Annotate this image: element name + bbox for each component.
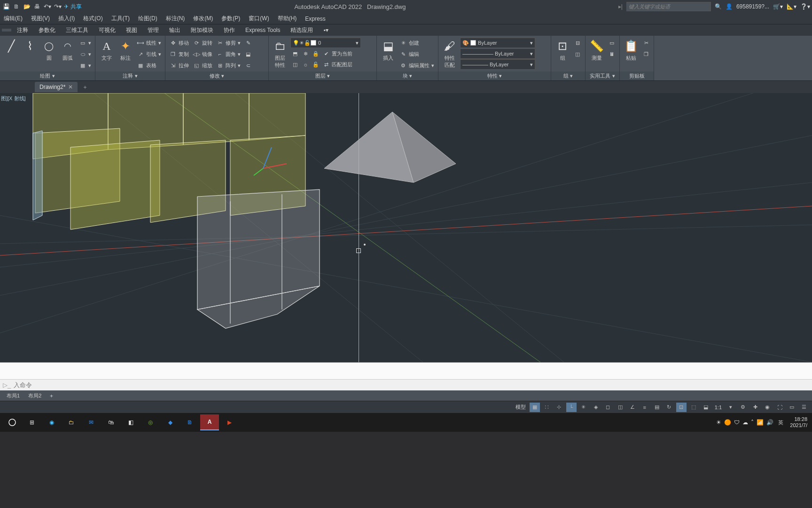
lineweight-select[interactable]: ————— ByLayer▾	[460, 59, 535, 70]
tray-shield-icon[interactable]: 🛡	[734, 419, 740, 426]
layout-tab-1[interactable]: 布局1	[3, 391, 23, 400]
tab-parametric[interactable]: 参数化	[34, 25, 60, 36]
ungroup-button[interactable]: ⊟	[573, 38, 582, 48]
mail-icon[interactable]: ✉	[82, 414, 101, 430]
scale-button[interactable]: ◱缩放	[192, 60, 213, 71]
panel-layer-title[interactable]: 图层 ▾	[269, 71, 376, 80]
stretch-button[interactable]: ⇲拉伸	[168, 60, 190, 71]
polar-toggle[interactable]: ✳	[578, 403, 589, 412]
tab-manage[interactable]: 管理	[143, 25, 164, 36]
measure-button[interactable]: 📏测量	[588, 38, 605, 63]
move-button[interactable]: ✥移动	[168, 38, 190, 48]
layer-freeze-button[interactable]: ❄	[301, 48, 310, 59]
linetype-select[interactable]: —————— ByLayer▾	[460, 48, 535, 59]
menu-express[interactable]: Express	[305, 16, 325, 22]
cycle-toggle[interactable]: ↻	[664, 403, 674, 412]
search-input[interactable]: 键入关键字或短语	[626, 2, 711, 11]
linear-button[interactable]: ⟷线性 ▾	[136, 38, 162, 48]
annomon-toggle[interactable]: ✚	[750, 403, 760, 412]
tab-view[interactable]: 视图	[121, 25, 142, 36]
create-block-button[interactable]: ✳创建	[398, 38, 435, 48]
plot-icon[interactable]: 🖶	[33, 2, 41, 11]
annoscale[interactable]: 1:1	[713, 405, 724, 410]
infer-toggle[interactable]: ⊹	[554, 403, 564, 412]
autocad-icon[interactable]: A	[200, 414, 219, 430]
menu-draw[interactable]: 绘图(D)	[138, 15, 157, 23]
undo-icon[interactable]: ↶▾	[43, 2, 52, 11]
edit-attr-button[interactable]: ⚙编辑属性 ▾	[398, 60, 435, 71]
app3-icon[interactable]: ◆	[161, 414, 180, 430]
panel-modify-title[interactable]: 修改 ▾	[165, 71, 268, 80]
osnap-toggle[interactable]: ◻	[603, 403, 613, 412]
open-icon[interactable]: 📂	[23, 2, 31, 11]
3dosnap-toggle[interactable]: ◫	[615, 403, 625, 412]
panel-group-title[interactable]: 组 ▾	[551, 71, 585, 80]
command-history[interactable]	[0, 363, 812, 379]
text-button[interactable]: A文字	[98, 38, 115, 63]
offset-button[interactable]: ⊂	[243, 60, 253, 71]
menu-format[interactable]: 格式(O)	[83, 15, 102, 23]
menu-view[interactable]: 视图(V)	[31, 15, 50, 23]
system-clock[interactable]: 18:28 2021/7/	[788, 416, 809, 429]
erase-button[interactable]: ✎	[243, 38, 253, 48]
cart-icon[interactable]: 🛒▾	[773, 3, 783, 10]
table-button[interactable]: ▦表格	[136, 60, 162, 71]
panel-draw-title[interactable]: 绘图 ▾	[0, 71, 95, 80]
ortho-toggle[interactable]: └	[566, 403, 577, 412]
clean-toggle[interactable]: ▭	[787, 403, 797, 412]
edit-block-button[interactable]: ✎编辑	[398, 49, 435, 59]
copy-button[interactable]: ❐复制	[168, 49, 190, 59]
new-tab-button[interactable]: ＋	[80, 82, 90, 92]
menu-window[interactable]: 窗口(W)	[249, 15, 269, 23]
close-icon[interactable]: ✕	[68, 84, 73, 90]
panel-util-title[interactable]: 实用工具 ▾	[586, 71, 619, 80]
edge-icon[interactable]: ◉	[42, 414, 61, 430]
arc-button[interactable]: ◠圆弧	[59, 38, 76, 63]
rect-button[interactable]: ▭▾	[78, 38, 92, 48]
circle-button[interactable]: ◯圆	[40, 38, 57, 63]
select-button[interactable]: ▭	[607, 38, 617, 48]
menu-tools[interactable]: 工具(T)	[111, 15, 130, 23]
panel-block-title[interactable]: 块 ▾	[377, 71, 438, 80]
hw-toggle[interactable]: ⛶	[774, 403, 785, 412]
rotate-button[interactable]: ⟳旋转	[192, 38, 213, 48]
layer-setcurrent-button[interactable]: ✔置为当前	[321, 48, 353, 59]
store-icon[interactable]: 🛍	[102, 414, 120, 430]
doctab-drawing2[interactable]: Drawing2* ✕	[35, 82, 78, 92]
tab-collab[interactable]: 协作	[219, 25, 240, 36]
menu-edit[interactable]: 编辑(E)	[4, 15, 23, 23]
tab-overflow-icon[interactable]: ▪▾	[319, 25, 333, 35]
menu-modify[interactable]: 修改(M)	[193, 15, 213, 23]
isolate-toggle[interactable]: ◉	[762, 403, 773, 412]
ime-indicator[interactable]: 英	[776, 419, 785, 426]
app4-icon[interactable]: 🗎	[180, 414, 199, 430]
group-edit-button[interactable]: ◫	[573, 49, 582, 59]
layer-unlock-button[interactable]: 🔓	[311, 59, 320, 70]
layer-iso-button[interactable]: ◫	[290, 59, 300, 70]
trim-button[interactable]: ✂修剪 ▾	[215, 38, 242, 48]
array-button[interactable]: ⊞阵列 ▾	[215, 60, 242, 71]
leader-button[interactable]: ↗引线 ▾	[136, 49, 162, 59]
saveas-icon[interactable]: 🗎	[12, 2, 21, 11]
mirror-button[interactable]: ◁▷镜像	[192, 49, 213, 59]
tray-cloud-icon[interactable]: ☁	[742, 419, 748, 426]
user-icon[interactable]: 👤	[726, 3, 733, 10]
redo-icon[interactable]: ↷▾	[54, 2, 62, 11]
custom-toggle[interactable]: ☰	[799, 403, 809, 412]
iso-toggle[interactable]: ◈	[591, 403, 601, 412]
tab-addins[interactable]: 附加模块	[186, 25, 218, 36]
panel-props-title[interactable]: 特性 ▾	[438, 71, 551, 80]
start-button[interactable]	[3, 414, 22, 430]
cut-button[interactable]: ✂	[641, 38, 651, 48]
command-input[interactable]: ▷_ 入命令	[0, 379, 812, 390]
annoscale-btn[interactable]: ▾	[726, 403, 736, 412]
color-select[interactable]: 🎨 ByLayer▾	[460, 38, 535, 48]
search-icon[interactable]: 🔍	[715, 3, 722, 10]
share-button[interactable]: ✈ 共享	[64, 3, 82, 11]
ws-toggle[interactable]: ⚙	[738, 403, 748, 412]
panel-annot-title[interactable]: 注释 ▾	[95, 71, 165, 80]
dimension-button[interactable]: ✦标注	[117, 38, 134, 63]
tab-output[interactable]: 输出	[164, 25, 185, 36]
layer-thaw-button[interactable]: ☼	[301, 59, 310, 70]
model-viewport[interactable]: 图][X 射线]	[0, 93, 812, 362]
